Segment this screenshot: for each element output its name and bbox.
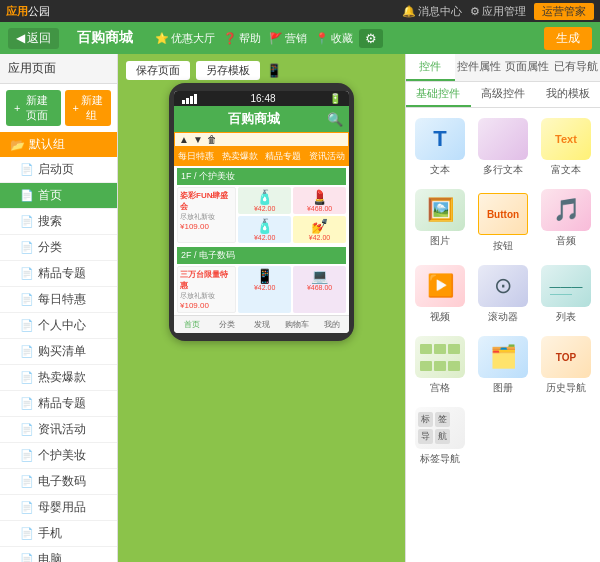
sidebar-item-hot[interactable]: 📄 热卖爆款 xyxy=(0,365,117,391)
move-up-button[interactable]: ▲ xyxy=(178,134,190,145)
sidebar-item-daily[interactable]: 📄 每日特惠 xyxy=(0,287,117,313)
phone-bottom-category[interactable]: 分类 xyxy=(209,316,244,333)
richtext-widget-icon: Text xyxy=(541,118,591,160)
tab-advanced-widgets[interactable]: 高级控件 xyxy=(471,82,536,107)
tab-widgets[interactable]: 控件 xyxy=(406,54,455,81)
phone-search-icon[interactable]: 🔍 xyxy=(327,112,343,127)
page-icon: 📄 xyxy=(20,527,34,540)
signal-icon xyxy=(182,94,197,104)
tab-nav[interactable]: 已有导航 xyxy=(552,54,601,81)
widget-slider-label: 滚动器 xyxy=(488,310,518,324)
product-item[interactable]: 💅 ¥42.00 xyxy=(293,216,346,243)
back-button[interactable]: ◀ 返回 xyxy=(8,28,59,49)
help-icon: ❓ xyxy=(223,32,237,45)
sidebar-item-search[interactable]: 📄 搜索 xyxy=(0,209,117,235)
phone-bottom-cart[interactable]: 购物车 xyxy=(279,316,314,333)
move-down-button[interactable]: ▼ xyxy=(192,134,204,145)
promo-card2[interactable]: 三万台限量特惠 尽放礼新妆 ¥109.00 xyxy=(177,266,236,313)
save-template-button[interactable]: 另存模板 xyxy=(196,61,260,80)
nav-ops[interactable]: 运营管家 xyxy=(534,3,594,20)
section2-title: 2F / 电子数码 xyxy=(177,247,346,264)
sidebar-group-default[interactable]: 📂 默认组 xyxy=(0,132,117,157)
tab-basic-widgets[interactable]: 基础控件 xyxy=(406,82,471,107)
phone-bottom-home[interactable]: 首页 xyxy=(174,316,209,333)
sidebar-item-profile[interactable]: 📄 个人中心 xyxy=(0,313,117,339)
product-item[interactable]: 💻 ¥468.00 xyxy=(293,266,346,313)
widget-history-nav[interactable]: TOP 历史导航 xyxy=(538,332,594,399)
phone-tab-daily[interactable]: 每日特惠 xyxy=(174,147,218,166)
product-item[interactable]: 💄 ¥468.00 xyxy=(293,187,346,214)
widget-gallery-label: 图册 xyxy=(493,381,513,395)
sidebar-item-beauty[interactable]: 📄 个护美妆 xyxy=(0,443,117,469)
tab-page-props[interactable]: 页面属性 xyxy=(503,54,552,81)
section2-product-grid: 📱 ¥42.00 💻 ¥468.00 xyxy=(238,266,346,313)
help-link[interactable]: ❓ 帮助 xyxy=(223,31,261,46)
app-logo: 应用公园 xyxy=(6,4,50,19)
delete-widget-button[interactable]: 🗑 xyxy=(206,134,218,145)
product-emoji: 💄 xyxy=(295,189,344,205)
widget-slider[interactable]: ⊙ 滚动器 xyxy=(472,261,534,328)
product-emoji: 🧴 xyxy=(240,218,289,234)
new-group-button[interactable]: + 新建组 xyxy=(65,90,111,126)
widget-grid[interactable]: 宫格 xyxy=(412,332,468,399)
page-icon: 📄 xyxy=(20,293,34,306)
phone-tab-news[interactable]: 资讯活动 xyxy=(305,147,349,166)
save-page-button[interactable]: 保存页面 xyxy=(126,61,190,80)
phone-tab-featured[interactable]: 精品专题 xyxy=(262,147,306,166)
favorite-link[interactable]: 📍 收藏 xyxy=(315,31,353,46)
nav-messages[interactable]: 🔔 消息中心 xyxy=(402,4,462,19)
widget-gallery[interactable]: 🗂️ 图册 xyxy=(472,332,534,399)
tab-widget-props[interactable]: 控件属性 xyxy=(455,54,504,81)
sidebar-item-phone[interactable]: 📄 手机 xyxy=(0,521,117,547)
settings-button[interactable]: ⚙ xyxy=(359,29,383,48)
sidebar-item-news[interactable]: 📄 资讯活动 xyxy=(0,417,117,443)
widget-video-label: 视频 xyxy=(430,310,450,324)
promo-card[interactable]: 姿彩FUN肆盛会 尽放礼新妆 ¥109.00 xyxy=(177,187,236,243)
right-panel-tabs: 控件 控件属性 页面属性 已有导航 xyxy=(406,54,600,82)
phone-nav-tabs: 每日特惠 热卖爆款 精品专题 资讯活动 xyxy=(174,147,349,166)
flag-icon: 🚩 xyxy=(269,32,283,45)
widget-tags-nav[interactable]: 标 签 导 航 标签导航 xyxy=(412,403,468,470)
sidebar-item-featured[interactable]: 📄 精品专题 xyxy=(0,261,117,287)
widget-video[interactable]: ▶️ 视频 xyxy=(412,261,468,328)
nav-app-manage[interactable]: ⚙ 应用管理 xyxy=(470,4,526,19)
product-item[interactable]: 📱 ¥42.00 xyxy=(238,266,291,313)
phone-tab-hot[interactable]: 热卖爆款 xyxy=(218,147,262,166)
sidebar-item-category[interactable]: 📄 分类 xyxy=(0,235,117,261)
promo2-sub: 尽放礼新妆 xyxy=(180,291,233,301)
sidebar-item-computer[interactable]: 📄 电脑 xyxy=(0,547,117,562)
generate-button[interactable]: 生成 xyxy=(544,27,592,50)
history-widget-icon: TOP xyxy=(541,336,591,378)
widget-button[interactable]: Button 按钮 xyxy=(472,185,534,257)
phone-bottom-nav: 首页 分类 发现 购物车 我的 xyxy=(174,315,349,333)
sidebar-item-cart[interactable]: 📄 购买清单 xyxy=(0,339,117,365)
widget-audio[interactable]: 🎵 音频 xyxy=(538,185,594,257)
phone-section-beauty: 1F / 个护美妆 姿彩FUN肆盛会 尽放礼新妆 ¥109.00 🧴 ¥42.0… xyxy=(174,166,349,245)
widget-image[interactable]: 🖼️ 图片 xyxy=(412,185,468,257)
product-item[interactable]: 🧴 ¥42.00 xyxy=(238,216,291,243)
phone-bottom-discover[interactable]: 发现 xyxy=(244,316,279,333)
sidebar-item-electronics[interactable]: 📄 电子数码 xyxy=(0,469,117,495)
mtext-widget-icon xyxy=(478,118,528,160)
back-arrow-icon: ◀ xyxy=(16,31,25,45)
product-item[interactable]: 🧴 ¥42.00 xyxy=(238,187,291,214)
sidebar-item-baby[interactable]: 📄 母婴用品 xyxy=(0,495,117,521)
widget-multiline-text[interactable]: 多行文本 xyxy=(472,114,534,181)
marketing-link[interactable]: 🚩 营销 xyxy=(269,31,307,46)
sidebar-item-featured2[interactable]: 📄 精品专题 xyxy=(0,391,117,417)
widget-text[interactable]: T 文本 xyxy=(412,114,468,181)
new-page-button[interactable]: + 新建页面 xyxy=(6,90,61,126)
product-price: ¥468.00 xyxy=(295,284,344,291)
top-nav: 应用公园 🔔 消息中心 ⚙ 应用管理 运营管家 xyxy=(0,0,600,22)
tab-my-templates[interactable]: 我的模板 xyxy=(535,82,600,107)
promo-hall-link[interactable]: ⭐ 优惠大厅 xyxy=(155,31,215,46)
promo2-price: ¥109.00 xyxy=(180,301,233,310)
phone-bottom-mine[interactable]: 我的 xyxy=(314,316,349,333)
sidebar-item-home[interactable]: 📄 首页 xyxy=(0,183,117,209)
sidebar-item-launch[interactable]: 📄 启动页 xyxy=(0,157,117,183)
page-icon: 📄 xyxy=(20,397,34,410)
promo-sub: 尽放礼新妆 xyxy=(180,212,233,222)
widget-list[interactable]: — — — 列表 xyxy=(538,261,594,328)
widget-rich-text[interactable]: Text 富文本 xyxy=(538,114,594,181)
expand-icon[interactable]: 📱 xyxy=(266,63,282,78)
